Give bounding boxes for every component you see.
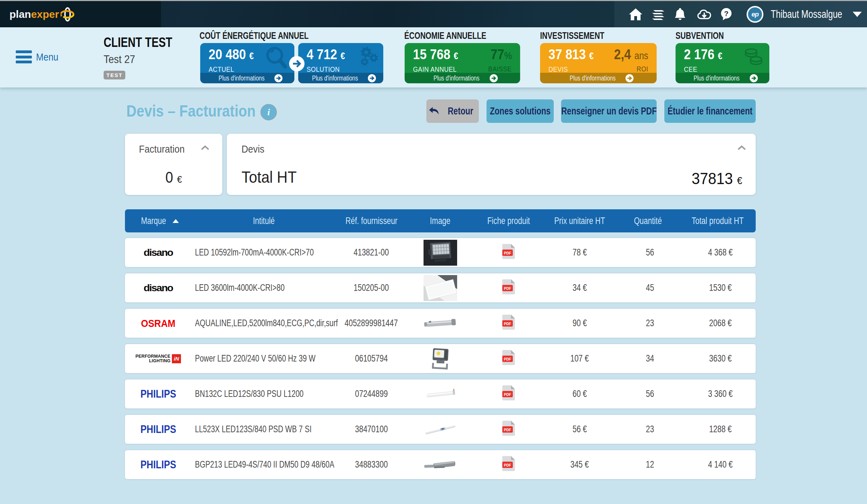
arrow-right-circle-icon (368, 74, 376, 82)
retour-button[interactable]: Retour (426, 99, 479, 123)
brand-logo-philips: PHILIPS (140, 458, 176, 471)
cell-intitule: LED 10592lm-700mA-4000K-CRI>70 (191, 238, 336, 267)
cell-fiche: PDF (474, 309, 543, 338)
pdf-link[interactable]: PDF (502, 456, 515, 474)
cell-image (406, 415, 474, 444)
kpi-solution-sub: SOLUTION (307, 65, 383, 74)
quantity: 56 (646, 247, 654, 258)
pdf-link[interactable]: PDF (502, 244, 515, 262)
page-title: Devis – Facturation (126, 102, 275, 120)
arrow-right-circle-icon (490, 74, 498, 82)
column-header-label: Réf. fournisseur (345, 216, 398, 226)
supplier-ref: 38470100 (355, 424, 388, 435)
subheader: Menu CLIENT TEST Test 27 TEST COÛT ÉNERG… (0, 27, 867, 88)
total-price: 3630 € (709, 353, 732, 364)
hamburger-icon (16, 50, 32, 63)
table-row[interactable]: PHILIPSLL523X LED123S/840 PSD WB 7 SI384… (125, 415, 756, 444)
unit-price: 107 € (571, 353, 589, 364)
devis-total-value: 37813 € (686, 169, 742, 188)
pdf-link[interactable]: PDF (502, 385, 515, 403)
help-icon[interactable]: ? (721, 8, 732, 21)
home-icon[interactable] (629, 8, 642, 20)
cell-prix: 56 € (543, 415, 616, 444)
cell-marque: PERFORMANCELIGHTINGiN (125, 344, 191, 373)
zones-solutions-button[interactable]: Zones solutions (487, 99, 554, 123)
total-price: 3 360 € (708, 388, 733, 399)
client-name: CLIENT TEST (104, 35, 191, 50)
pdf-icon: PDF (502, 456, 515, 471)
supplier-ref: 07244899 (355, 388, 388, 399)
menu-button[interactable]: Menu (16, 50, 62, 63)
quantity: 23 (646, 424, 654, 435)
cell-marque: PHILIPS (125, 415, 191, 444)
supplier-ref: 34883300 (355, 459, 388, 470)
svg-text:PDF: PDF (504, 251, 512, 255)
kpi-card-solution: 4 712 € SOLUTION Plus d'informations (298, 43, 383, 83)
logo-block[interactable]: planexper (0, 1, 161, 27)
renseigner-devis-pdf-button[interactable]: Renseigner un devis PDF (561, 99, 657, 123)
cell-image (406, 238, 474, 267)
cloud-download-icon[interactable] (697, 8, 712, 20)
column-header-marque[interactable]: Marque (125, 209, 191, 232)
kpi-economie-pct-sub: BAISSE (484, 65, 512, 73)
pdf-icon: PDF (502, 420, 515, 436)
kpi-solution-more-button[interactable]: Plus d'informations (298, 73, 383, 83)
pdf-link[interactable]: PDF (502, 420, 515, 439)
pdf-icon: PDF (502, 314, 515, 330)
column-header-label: Fiche produit (487, 216, 530, 226)
pdf-link[interactable]: PDF (502, 314, 515, 332)
table-row[interactable]: PHILIPSBGP213 LED49-4S/740 II DM50 D9 48… (125, 450, 756, 479)
cell-fiche: PDF (474, 450, 543, 479)
quantity: 23 (646, 318, 654, 329)
column-header-total[interactable]: Total produit HT (679, 209, 756, 232)
quantity: 56 (646, 388, 654, 399)
user-caret-down-icon[interactable] (853, 12, 862, 17)
pdf-link[interactable]: PDF (502, 279, 515, 297)
cell-qte: 56 (616, 238, 679, 267)
product-title: AQUALINE,LED,5200lm840,ECG,PC,dir,surf (195, 318, 338, 329)
pdf-icon: PDF (502, 350, 515, 365)
cell-total: 2068 € (679, 309, 756, 338)
user-name[interactable]: Thibaut Mossalgue (771, 8, 862, 21)
facturation-panel: Facturation 0 € (125, 134, 222, 195)
avatar[interactable]: ep (747, 6, 763, 23)
layers-icon[interactable] (650, 8, 665, 21)
kpi-actuel-more-button[interactable]: Plus d'informations (200, 73, 294, 83)
etudier-financement-button[interactable]: Étudier le financement (664, 99, 756, 123)
cell-intitule: BN132C LED12S/830 PSU L1200 (191, 379, 336, 408)
devis-collapse-icon[interactable] (737, 145, 746, 150)
supplier-ref: 413821-00 (354, 247, 389, 258)
devis-panel: Devis Total HT 37813 € (227, 134, 756, 195)
table-row[interactable]: disanoLED 10592lm-700mA-4000K-CRI>704138… (125, 238, 756, 267)
kpi-invest-label: INVESTISSEMENT (540, 30, 623, 41)
column-header-prix[interactable]: Prix unitaire HT (543, 209, 616, 232)
total-price: 2068 € (709, 318, 732, 329)
quantity: 12 (646, 459, 654, 470)
info-icon[interactable]: i (260, 104, 277, 120)
cell-intitule: LED 3600lm-4000K-CRI>80 (191, 273, 336, 302)
column-header-ref[interactable]: Réf. fournisseur (336, 209, 406, 232)
brand-logo-performance-lighting: PERFORMANCELIGHTINGiN (135, 354, 181, 363)
product-image-batten-white (424, 381, 457, 407)
kpi-invest-more-button[interactable]: Plus d'informations (540, 73, 657, 83)
cell-ref: 07244899 (336, 379, 406, 408)
column-header-image[interactable]: Image (406, 209, 474, 232)
cell-prix: 34 € (543, 273, 616, 302)
total-price: 1530 € (709, 282, 732, 293)
column-header-qte[interactable]: Quantité (616, 209, 679, 232)
column-header-intitule[interactable]: Intitulé (191, 209, 336, 232)
table-row[interactable]: PHILIPSBN132C LED12S/830 PSU L1200072448… (125, 379, 756, 408)
kpi-subvention-more-button[interactable]: Plus d'informations (676, 73, 769, 83)
logo-orbit-icon (61, 7, 75, 22)
kpi-invest-roi-sub: ROI (608, 65, 648, 73)
table-row[interactable]: OSRAMAQUALINE,LED,5200lm840,ECG,PC,dir,s… (125, 309, 756, 338)
table-row[interactable]: disanoLED 3600lm-4000K-CRI>80150205-00 P… (125, 273, 756, 302)
column-header-pdf[interactable]: Fiche produit (474, 209, 543, 232)
brand-logo-disano: disano (144, 282, 173, 294)
client-project: Test 27 (104, 53, 191, 66)
table-row[interactable]: PERFORMANCELIGHTINGiNPower LED 220/240 V… (125, 344, 756, 373)
facturation-collapse-icon[interactable] (201, 145, 209, 150)
bell-icon[interactable] (674, 8, 686, 21)
kpi-economie-more-button[interactable]: Plus d'informations (405, 73, 520, 83)
pdf-link[interactable]: PDF (502, 350, 515, 368)
